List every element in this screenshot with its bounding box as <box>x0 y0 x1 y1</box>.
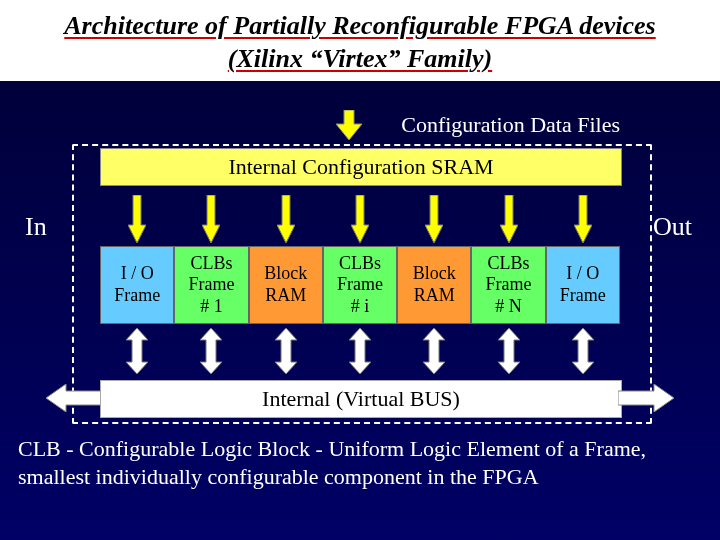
arrow-down-icon <box>277 195 295 243</box>
frame-line3: # i <box>351 296 370 318</box>
bus-arrow-col-4 <box>397 328 471 378</box>
frame-cell-6: I / OFrame <box>546 246 620 324</box>
frame-line3: # 1 <box>200 296 223 318</box>
out-label: Out <box>653 212 692 242</box>
footer-note: CLB - Configurable Logic Block - Uniform… <box>18 435 702 492</box>
arrow-down-icon <box>500 195 518 243</box>
arrow-updown-icon <box>498 328 520 374</box>
arrow-down-icon <box>574 195 592 243</box>
frame-line1: CLBs <box>488 253 530 275</box>
frame-cell-2: BlockRAM <box>249 246 323 324</box>
svg-marker-14 <box>572 328 594 374</box>
svg-marker-11 <box>349 328 371 374</box>
frame-line2: Frame <box>486 274 532 296</box>
bus-arrow-col-1 <box>174 328 248 378</box>
svg-marker-8 <box>126 328 148 374</box>
arrow-down-icon <box>128 195 146 243</box>
bus-arrow-col-5 <box>471 328 545 378</box>
sram-to-frames-arrows <box>100 188 620 243</box>
svg-marker-2 <box>202 195 220 243</box>
svg-marker-16 <box>618 384 674 412</box>
slide-title: Architecture of Partially Reconfigurable… <box>0 0 720 81</box>
frame-line1: CLBs <box>339 253 381 275</box>
svg-marker-12 <box>423 328 445 374</box>
bus-arrow-left-icon <box>46 384 102 412</box>
sram-arrow-col-0 <box>100 188 174 243</box>
sram-box: Internal Configuration SRAM <box>100 148 622 186</box>
arrow-updown-icon <box>126 328 148 374</box>
arrow-down-icon <box>351 195 369 243</box>
frames-to-bus-arrows <box>100 328 620 378</box>
arrow-down-icon <box>202 195 220 243</box>
sram-arrow-col-5 <box>471 188 545 243</box>
slide: Architecture of Partially Reconfigurable… <box>0 0 720 540</box>
svg-marker-6 <box>500 195 518 243</box>
frame-line1: I / O <box>566 263 599 285</box>
bus-arrow-col-2 <box>249 328 323 378</box>
frame-cell-1: CLBsFrame# 1 <box>174 246 248 324</box>
frame-cell-5: CLBsFrame# N <box>471 246 545 324</box>
svg-marker-0 <box>336 110 362 140</box>
svg-marker-5 <box>425 195 443 243</box>
frame-line1: Block <box>413 263 456 285</box>
frame-line1: Block <box>264 263 307 285</box>
frame-line1: CLBs <box>190 253 232 275</box>
arrow-updown-icon <box>423 328 445 374</box>
arrow-config-in-icon <box>334 110 364 140</box>
arrow-updown-icon <box>200 328 222 374</box>
in-label: In <box>25 212 47 242</box>
svg-marker-3 <box>277 195 295 243</box>
sram-arrow-col-2 <box>249 188 323 243</box>
sram-arrow-col-6 <box>546 188 620 243</box>
frame-line2: Frame <box>114 285 160 307</box>
bus-arrow-col-3 <box>323 328 397 378</box>
svg-marker-9 <box>200 328 222 374</box>
frame-line2: Frame <box>560 285 606 307</box>
svg-marker-15 <box>46 384 102 412</box>
frame-line2: Frame <box>188 274 234 296</box>
frame-cell-4: BlockRAM <box>397 246 471 324</box>
arrow-down-icon <box>425 195 443 243</box>
frame-line2: RAM <box>265 285 306 307</box>
arrow-updown-icon <box>275 328 297 374</box>
svg-marker-13 <box>498 328 520 374</box>
frame-line2: RAM <box>414 285 455 307</box>
frame-line1: I / O <box>121 263 154 285</box>
bus-box: Internal (Virtual BUS) <box>100 380 622 418</box>
svg-marker-4 <box>351 195 369 243</box>
sram-arrow-col-1 <box>174 188 248 243</box>
bus-arrow-col-6 <box>546 328 620 378</box>
arrow-updown-icon <box>572 328 594 374</box>
sram-arrow-col-3 <box>323 188 397 243</box>
frame-line3: # N <box>495 296 522 318</box>
config-files-label: Configuration Data Files <box>401 112 620 138</box>
frame-line2: Frame <box>337 274 383 296</box>
bus-arrow-col-0 <box>100 328 174 378</box>
arrow-updown-icon <box>349 328 371 374</box>
frame-cell-0: I / OFrame <box>100 246 174 324</box>
svg-marker-10 <box>275 328 297 374</box>
bus-arrow-right-icon <box>618 384 674 412</box>
frames-row: I / OFrameCLBsFrame# 1BlockRAMCLBsFrame#… <box>100 246 620 324</box>
svg-marker-7 <box>574 195 592 243</box>
frame-cell-3: CLBsFrame# i <box>323 246 397 324</box>
svg-marker-1 <box>128 195 146 243</box>
sram-arrow-col-4 <box>397 188 471 243</box>
